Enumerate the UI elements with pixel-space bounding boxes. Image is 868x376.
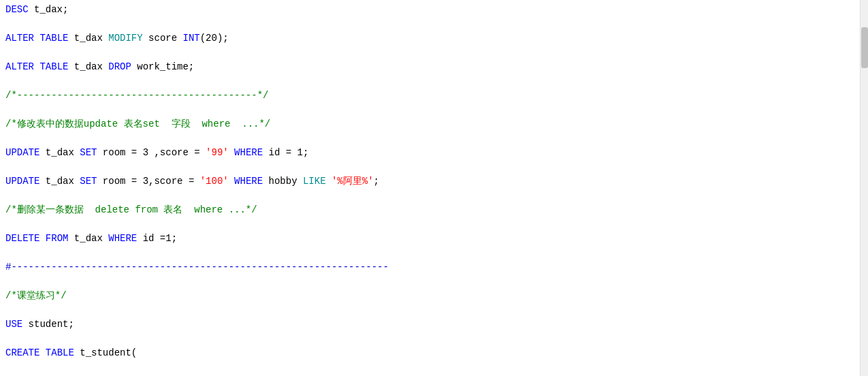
line-9: DELETE FROM t_dax WHERE id =1; [5, 232, 854, 246]
line-11: /*课堂练习*/ [5, 289, 854, 303]
line-4: /*--------------------------------------… [5, 89, 854, 103]
scrollbar-thumb[interactable] [861, 27, 868, 68]
code-area[interactable]: DESC t_dax; ALTER TABLE t_dax MODIFY sco… [0, 0, 860, 376]
line-7: UPDATE t_dax SET room = 3,score = '100' … [5, 174, 854, 189]
line-10: #---------------------------------------… [5, 260, 854, 275]
line-2: ALTER TABLE t_dax MODIFY score INT(20); [5, 31, 854, 46]
scrollbar[interactable] [860, 0, 868, 376]
editor-container: DESC t_dax; ALTER TABLE t_dax MODIFY sco… [0, 0, 868, 376]
line-8: /*删除某一条数据 delete from 表名 where ...*/ [5, 203, 854, 217]
line-3: ALTER TABLE t_dax DROP work_time; [5, 60, 854, 74]
line-6: UPDATE t_dax SET room = 3 ,score = '99' … [5, 146, 854, 160]
line-5: /*修改表中的数据update 表名set 字段 where ...*/ [5, 117, 854, 131]
line-13: CREATE TABLE t_student( [5, 346, 854, 360]
line-12: USE student; [5, 317, 854, 332]
code-block: DESC t_dax; ALTER TABLE t_dax MODIFY sco… [0, 3, 860, 376]
line-1: DESC t_dax; [5, 3, 854, 17]
